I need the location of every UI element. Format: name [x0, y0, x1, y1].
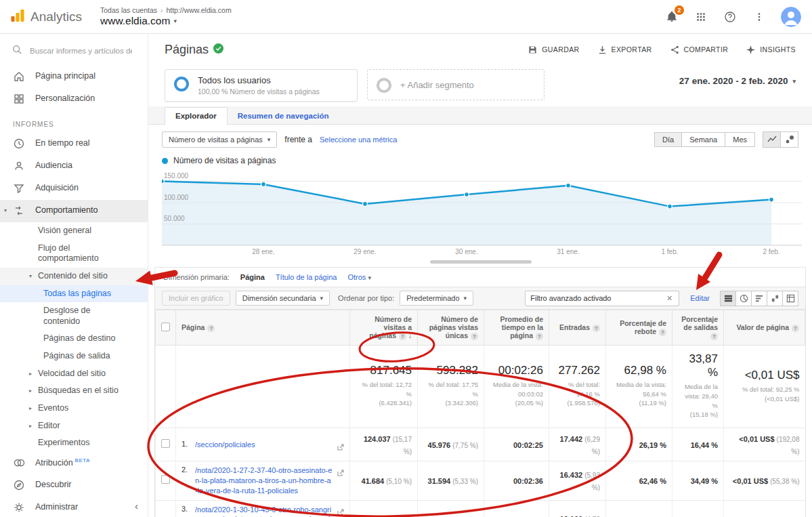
insights-button[interactable]: INSIGHTS	[746, 45, 796, 54]
add-segment-button[interactable]: + Añadir segmento	[367, 69, 544, 100]
motion-chart-icon[interactable]	[780, 131, 798, 148]
performance-view-icon[interactable]	[751, 291, 767, 306]
sidebar-item-behavior-overview[interactable]: Visión general	[0, 222, 148, 240]
dimension-page-title[interactable]: Título de la página	[276, 273, 337, 281]
sidebar-item-audience[interactable]: Audiencia	[0, 155, 148, 178]
open-in-new-icon[interactable]	[337, 467, 344, 479]
sidebar-item-landing-pages[interactable]: Páginas de destino	[0, 330, 148, 348]
segment-all-users[interactable]: Todos los usuarios 100,00 % Número de vi…	[165, 69, 358, 102]
sidebar-item-behavior[interactable]: ▾ Comportamiento	[0, 200, 148, 222]
breadcrumb[interactable]: Todas las cuentas › http://www.eldia.com	[100, 6, 232, 14]
apps-grid-icon[interactable]	[693, 9, 708, 24]
sidebar-item-exit-pages[interactable]: Páginas de salida	[0, 348, 148, 365]
sidebar-item-editor[interactable]: ▸ Editor	[0, 417, 148, 435]
search-input[interactable]	[28, 46, 133, 56]
sidebar-item-customization[interactable]: Personalización	[0, 88, 148, 110]
summary-unique: 593.282	[423, 364, 478, 377]
verified-check-icon[interactable]	[213, 43, 223, 56]
property-selector[interactable]: www.eldia.com ▾	[100, 15, 232, 27]
sidebar-item-site-content[interactable]: ▾ Contenido del sitio	[0, 268, 148, 285]
column-header-exit[interactable]: Porcentaje de salidas	[681, 315, 718, 331]
sidebar-item-admin[interactable]: Administrar	[0, 497, 148, 517]
column-help-icon[interactable]: ?	[792, 325, 799, 332]
percentage-view-icon[interactable]	[735, 291, 752, 306]
column-help-icon[interactable]: ?	[659, 329, 666, 336]
comparison-view-icon[interactable]	[767, 291, 783, 306]
chevron-down-icon: ▾	[464, 295, 467, 302]
column-help-icon[interactable]: ?	[471, 333, 478, 340]
sidebar-item-behavior-flow[interactable]: Flujo del comportamiento	[0, 240, 148, 268]
tab-resumen-navegacion[interactable]: Resumen de navegación	[228, 108, 339, 124]
collapse-sidebar-button[interactable]: ‹	[135, 500, 138, 512]
user-avatar[interactable]	[781, 7, 801, 27]
notifications-bell-icon[interactable]: 2	[664, 9, 679, 24]
date-range-selector[interactable]: 27 ene. 2020 - 2 feb. 2020 ▾	[679, 69, 796, 86]
timeseries-chart[interactable]: 50.000100.000150.000 28 ene.29 ene.30 en…	[162, 169, 803, 259]
save-button[interactable]: GUARDAR	[528, 45, 579, 54]
column-help-icon[interactable]: ?	[593, 325, 600, 332]
sort-type-dropdown[interactable]: Predeterminado ▾	[400, 291, 473, 306]
row-rank: 1.	[181, 440, 192, 448]
dimension-page[interactable]: Página	[240, 273, 265, 281]
open-in-new-icon[interactable]	[337, 441, 344, 453]
tab-explorador[interactable]: Explorador	[165, 107, 228, 125]
column-help-icon[interactable]: ?	[536, 333, 543, 340]
sidebar-item-site-speed[interactable]: ▸ Velocidad del sitio	[0, 365, 148, 383]
more-vert-icon[interactable]	[752, 9, 767, 24]
select-metric-link[interactable]: Seleccione una métrica	[320, 136, 397, 144]
clear-filter-icon[interactable]: ✕	[665, 294, 674, 303]
dimension-others-dropdown[interactable]: Otros ▾	[347, 273, 371, 281]
chart-type-switch	[763, 131, 798, 148]
column-header-value[interactable]: Valor de página	[736, 323, 789, 331]
page-link[interactable]: /nota/2020-1-30-10-45-0-otro-robo-sangri…	[195, 505, 333, 517]
sidebar-item-experiments[interactable]: Experimentos	[0, 434, 148, 452]
share-button[interactable]: COMPARTIR	[670, 45, 729, 54]
report-header: Páginas GUARDAR EXPORTAR COMPARTIR	[148, 34, 812, 65]
row-checkbox[interactable]	[161, 475, 170, 484]
row-checkbox[interactable]	[161, 439, 170, 448]
sidebar-item-label: Adquisición	[35, 183, 79, 194]
open-in-new-icon[interactable]	[337, 506, 344, 517]
table-row: 3. /nota/2020-1-30-10-45-0-otro-robo-san…	[156, 500, 805, 517]
sidebar-item-label: Atribución	[35, 458, 73, 468]
filter-text: Filtro avanzado activado	[530, 294, 611, 302]
column-help-icon[interactable]: ?	[399, 333, 406, 340]
pivot-view-icon[interactable]	[782, 291, 798, 306]
column-help-icon[interactable]: ?	[710, 333, 718, 340]
help-icon[interactable]	[723, 9, 738, 24]
page-link[interactable]: /nota/2020-1-27-2-37-40-otro-asesinato-e…	[195, 466, 333, 496]
advanced-filter-box[interactable]: Filtro avanzado activado ✕	[525, 291, 679, 306]
column-header-entrances[interactable]: Entradas	[559, 323, 590, 331]
sidebar-item-content-drilldown[interactable]: Desglose de contenido	[0, 302, 148, 330]
page-link[interactable]: /seccion/policiales	[195, 440, 255, 450]
granularity-day-button[interactable]: Día	[654, 132, 682, 147]
sidebar-item-all-pages[interactable]: Todas las páginas	[0, 285, 148, 303]
line-chart-icon[interactable]	[763, 131, 781, 148]
sidebar-search[interactable]	[0, 34, 148, 66]
analytics-logo-icon[interactable]	[9, 7, 26, 26]
sidebar-item-discover[interactable]: Descubrir	[0, 474, 148, 497]
pages-table: Página? Número de visitas a páginas?↓ Nú…	[155, 310, 805, 517]
sidebar-item-home[interactable]: Página principal	[0, 66, 148, 88]
sidebar-item-realtime[interactable]: En tiempo real	[0, 133, 148, 155]
app-name: Analytics	[30, 9, 82, 24]
sort-desc-icon[interactable]: ↓	[408, 332, 412, 339]
edit-filter-link[interactable]: Editar	[690, 294, 710, 302]
sidebar-item-label: Personalización	[35, 94, 95, 104]
scrubber-handle[interactable]	[430, 260, 532, 264]
sidebar-item-site-search[interactable]: ▸ Búsquedas en el sitio	[0, 382, 148, 400]
granularity-month-button[interactable]: Mes	[725, 132, 755, 147]
table-view-icon[interactable]	[720, 291, 736, 306]
column-help-icon[interactable]: ?	[207, 325, 215, 332]
plot-rows-button[interactable]: Incluir en gráfico	[162, 291, 230, 306]
granularity-week-button[interactable]: Semana	[681, 132, 725, 147]
sidebar-item-events[interactable]: ▸ Eventos	[0, 400, 148, 417]
metric-selector-dropdown[interactable]: Número de visitas a páginas ▾	[162, 131, 277, 148]
table-header-row: Página? Número de visitas a páginas?↓ Nú…	[156, 310, 805, 346]
export-button[interactable]: EXPORTAR	[598, 45, 652, 54]
column-header-page[interactable]: Página	[181, 323, 205, 331]
select-all-checkbox[interactable]	[161, 323, 170, 331]
sidebar-item-acquisition[interactable]: Adquisición	[0, 178, 148, 200]
secondary-dimension-dropdown[interactable]: Dimensión secundaria ▾	[236, 291, 330, 306]
sidebar-item-attribution[interactable]: AtribuciónBETA	[0, 452, 148, 474]
